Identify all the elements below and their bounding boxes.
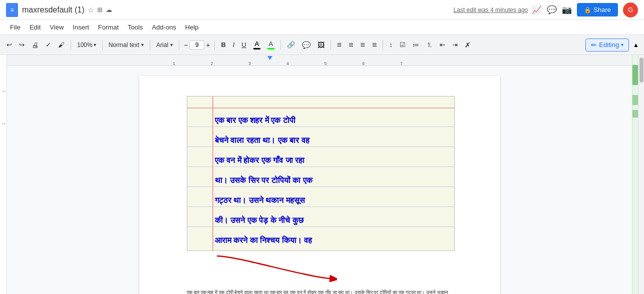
suggestions-panel <box>632 55 638 294</box>
clear-formatting-button[interactable]: ✗ <box>462 39 473 51</box>
highlight-color-button[interactable]: A <box>265 38 277 52</box>
ruler-tick-num-3: 3 <box>248 61 251 66</box>
font-size-input[interactable] <box>189 40 204 50</box>
menu-help[interactable]: Help <box>181 22 203 32</box>
toolbar: ↩ ↪ 🖨 ✓ 🖌 100% ▾ Normal text ▾ Arial ▾ −… <box>0 35 644 55</box>
numbered-list-button[interactable]: ⒈ <box>424 38 435 52</box>
sep7 <box>331 40 331 50</box>
typed-text-content: एक बार एक माह में एक टोपी बेचने वाला रहत… <box>187 290 448 294</box>
sep6 <box>280 40 281 50</box>
pencil-icon: ✏ <box>591 41 597 49</box>
document-title[interactable]: maxresdefault (1) <box>22 6 85 14</box>
docs-logo <box>6 3 18 17</box>
underline-button[interactable]: U <box>239 39 248 50</box>
page-number-margin: 1 2 <box>0 55 7 294</box>
video-call-icon[interactable]: 📷 <box>562 5 572 14</box>
align-right-button[interactable]: ≡ <box>358 38 368 52</box>
sep5 <box>214 40 215 50</box>
font-size-plus-button[interactable]: + <box>205 40 211 50</box>
undo-button[interactable]: ↩ <box>4 39 15 50</box>
font-size-control: − + <box>183 40 211 50</box>
page[interactable]: एक बार एक शहर में एक टोपी बेचने वाला रहत… <box>139 76 500 294</box>
font-size-minus-button[interactable]: − <box>183 40 189 50</box>
menu-edit[interactable]: Edit <box>26 22 45 32</box>
star-icon[interactable]: ☆ <box>88 6 94 14</box>
sep2 <box>102 40 103 50</box>
align-justify-button[interactable]: ≡ <box>370 38 379 52</box>
hw-line-6: की। उसने एक पेड़ के नीचे कुछ <box>215 210 450 230</box>
redo-button[interactable]: ↪ <box>17 39 27 50</box>
hw-line-7: आराम करने का निश्चय किया। वह <box>215 230 450 250</box>
zoom-control[interactable]: 100% ▾ <box>75 40 99 50</box>
header-right: 📈 💬 📷 🔒 Share G <box>532 2 638 18</box>
highlight-indicator <box>267 48 274 50</box>
spell-check-button[interactable]: ✓ <box>43 39 54 50</box>
folder-icon[interactable]: ⊞ <box>97 6 103 14</box>
handwriting-content: एक बार एक शहर में एक टोपी बेचने वाला रहत… <box>215 110 450 250</box>
print-button[interactable]: 🖨 <box>29 39 41 51</box>
align-center-button[interactable]: ≡ <box>346 38 356 52</box>
editing-mode-control[interactable]: ✏ Editing ▾ <box>585 38 629 52</box>
top-red-line <box>187 108 454 108</box>
document-area[interactable]: 1 2 3 4 5 6 7 <box>7 55 632 294</box>
chart-icon[interactable]: 📈 <box>532 5 542 14</box>
hw-line-3: एक वन में होकर एक गाँव जा रहा <box>215 150 450 170</box>
typed-text: एक बार एक माह में एक टोपी बेचने वाला रहत… <box>187 288 455 294</box>
line-spacing-button[interactable]: ↕ <box>387 39 395 50</box>
sep8 <box>383 40 383 50</box>
menu-file[interactable]: File <box>6 22 25 32</box>
text-color-indicator <box>253 48 260 50</box>
bold-button[interactable]: B <box>218 39 228 50</box>
style-arrow-icon: ▾ <box>141 42 144 48</box>
style-label: Normal text <box>109 42 139 48</box>
title-section: maxresdefault (1) ☆ ⊞ ☁ <box>22 6 446 14</box>
ruler-marker <box>267 56 272 60</box>
ruler-tick-num-7: 7 <box>400 61 403 66</box>
sep1 <box>71 40 71 50</box>
suggestion-marker-2 <box>632 95 638 105</box>
page-number-2: 2 <box>1 122 6 125</box>
cloud-icon[interactable]: ☁ <box>106 6 112 14</box>
menu-bar: File Edit View Insert Format Tools Add-o… <box>0 20 644 35</box>
style-control[interactable]: Normal text ▾ <box>106 40 146 50</box>
hw-line-2: बेचने वाला रहता था। एक बार वह <box>215 130 450 150</box>
red-arrow <box>212 251 337 284</box>
last-edit-label[interactable]: Last edit was 4 minutes ago <box>454 6 528 14</box>
ruler: 1 2 3 4 5 6 7 <box>7 55 632 66</box>
sep4 <box>179 40 179 50</box>
menu-view[interactable]: View <box>46 22 68 32</box>
editing-mode-arrow-icon: ▾ <box>621 42 623 48</box>
handwriting-image: एक बार एक शहर में एक टोपी बेचने वाला रहत… <box>187 96 455 251</box>
font-control[interactable]: Arial ▾ <box>154 40 175 50</box>
checklist-button[interactable]: ☑ <box>397 39 408 50</box>
share-button[interactable]: 🔒 Share <box>577 3 618 16</box>
ruler-marks: 1 2 3 4 5 6 7 <box>137 55 403 66</box>
indent-more-button[interactable]: ⇥ <box>450 39 460 50</box>
highlight-letter: A <box>269 40 273 48</box>
comment-icon[interactable]: 💬 <box>547 5 557 14</box>
ruler-tick-num-6: 6 <box>362 61 365 66</box>
zoom-value: 100% <box>77 42 93 48</box>
link-button[interactable]: 🔗 <box>284 39 297 50</box>
zoom-arrow-icon: ▾ <box>94 42 96 48</box>
arrow-section <box>187 251 455 286</box>
comment-toolbar-button[interactable]: 💬 <box>299 39 313 51</box>
bullet-list-button[interactable]: ≔ <box>410 39 422 50</box>
scrollbar-thumb[interactable] <box>639 58 643 82</box>
text-color-letter: A <box>254 40 259 48</box>
align-left-button[interactable]: ≡ <box>335 38 344 52</box>
menu-insert[interactable]: Insert <box>69 22 93 32</box>
paint-format-button[interactable]: 🖌 <box>56 39 67 50</box>
scrollbar[interactable] <box>638 55 644 294</box>
image-button[interactable]: 🖼 <box>315 39 327 51</box>
menu-tools[interactable]: Tools <box>124 22 147 32</box>
avatar[interactable]: G <box>623 2 638 18</box>
menu-addons[interactable]: Add-ons <box>148 22 180 32</box>
text-color-button[interactable]: A <box>251 38 263 52</box>
italic-button[interactable]: I <box>230 39 237 50</box>
menu-format[interactable]: Format <box>94 22 123 32</box>
indent-less-button[interactable]: ⇤ <box>437 39 448 50</box>
ruler-tick-num-4: 4 <box>286 61 289 66</box>
hw-line-4: था। उसके सिर पर टोपियों का एक <box>215 170 450 190</box>
toolbar-collapse-button[interactable]: ▲ <box>632 40 640 50</box>
